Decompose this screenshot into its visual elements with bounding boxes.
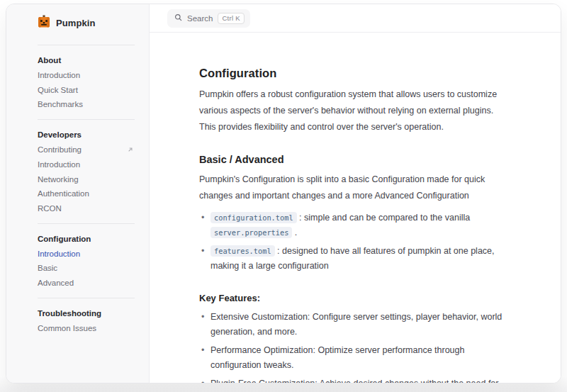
sidebar: Pumpkin About Introduction Quick Start B… xyxy=(6,4,150,383)
list-item: features.toml : designed to have all fea… xyxy=(199,244,512,274)
sidebar-item-advanced[interactable]: Advanced xyxy=(38,276,135,291)
config-files-list: configuration.toml : simple and can be c… xyxy=(199,211,512,277)
top-navbar: Search Ctrl K xyxy=(150,4,561,33)
list-item: Plugin-Free Customization: Achieve desir… xyxy=(199,376,512,383)
sidebar-item-rcon[interactable]: RCON xyxy=(38,201,135,216)
sidebar-item-dev-introduction[interactable]: Introduction xyxy=(38,157,135,172)
code-span: features.toml xyxy=(210,245,275,257)
sidebar-section-about: About Introduction Quick Start Benchmark… xyxy=(6,52,149,112)
sidebar-item-introduction[interactable]: Introduction xyxy=(38,68,135,83)
page-title: Configuration xyxy=(199,67,512,80)
sidebar-item-quick-start[interactable]: Quick Start xyxy=(38,83,135,98)
code-span: server.properties xyxy=(210,227,292,238)
search-label: Search xyxy=(187,14,213,23)
sidebar-section-title: Configuration xyxy=(38,231,135,247)
sidebar-divider xyxy=(38,119,135,120)
list-item: configuration.toml : simple and can be c… xyxy=(199,211,512,240)
sidebar-section-title: Developers xyxy=(38,127,135,142)
app-window: Pumpkin About Introduction Quick Start B… xyxy=(6,4,561,383)
intro-paragraph: Pumpkin offers a robust configuration sy… xyxy=(199,86,512,135)
sidebar-item-networking[interactable]: Networking xyxy=(38,172,135,187)
brand-name: Pumpkin xyxy=(56,18,96,28)
section-heading-key-features: Key Features: xyxy=(199,293,512,303)
sidebar-item-contributing[interactable]: Contributing xyxy=(38,142,135,157)
code-span: configuration.toml xyxy=(210,212,297,223)
list-item-text: . xyxy=(292,228,297,237)
sidebar-divider xyxy=(38,223,135,224)
search-button[interactable]: Search Ctrl K xyxy=(167,9,250,28)
sidebar-section-developers: Developers Contributing Introduction Net… xyxy=(6,127,149,216)
sidebar-section-configuration: Configuration Introduction Basic Advance… xyxy=(6,231,149,291)
list-item-text: : simple and can be compared to the vani… xyxy=(297,213,471,223)
key-features-list: Extensive Customization: Configure serve… xyxy=(199,310,512,383)
sidebar-divider xyxy=(38,298,135,298)
section-heading-basic-advanced: Basic / Advanced xyxy=(199,154,512,165)
sidebar-item-basic[interactable]: Basic xyxy=(38,261,135,276)
main-area: Search Ctrl K Configuration Pumpkin offe… xyxy=(150,4,561,383)
sidebar-section-title: About xyxy=(38,52,135,68)
sidebar-item-config-introduction[interactable]: Introduction xyxy=(38,247,135,262)
sidebar-item-authentication[interactable]: Authentication xyxy=(38,186,135,201)
split-paragraph: Pumpkin's Configuration is split into a … xyxy=(199,172,512,204)
sidebar-section-troubleshooting: Troubleshooting Common Issues xyxy=(6,306,149,336)
page-background: Pumpkin About Introduction Quick Start B… xyxy=(0,0,567,392)
external-link-icon xyxy=(128,145,133,155)
doc-content: Configuration Pumpkin offers a robust co… xyxy=(150,33,561,383)
sidebar-item-label: Contributing xyxy=(38,145,82,155)
list-item: Performance Optimization: Optimize serve… xyxy=(199,343,512,373)
sidebar-section-title: Troubleshooting xyxy=(38,306,135,321)
sidebar-item-common-issues[interactable]: Common Issues xyxy=(38,321,135,336)
sidebar-item-benchmarks[interactable]: Benchmarks xyxy=(38,97,135,112)
search-icon xyxy=(174,13,182,23)
list-item: Extensive Customization: Configure serve… xyxy=(199,310,512,340)
search-shortcut-badge: Ctrl K xyxy=(218,13,245,24)
brand-home-link[interactable]: Pumpkin xyxy=(6,13,149,38)
sidebar-divider xyxy=(38,45,135,45)
pumpkin-icon xyxy=(38,15,50,30)
